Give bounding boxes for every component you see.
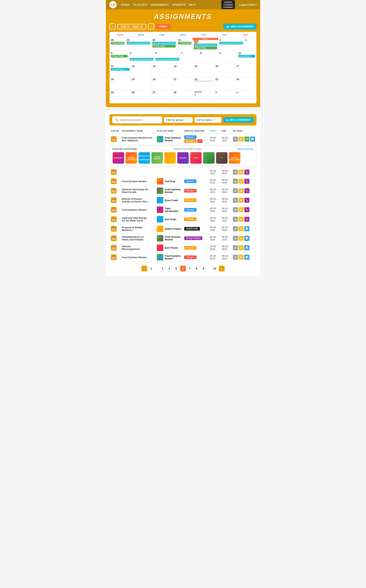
delete-btn[interactable]: 🗑 [233, 207, 238, 212]
row-end: 09-20-2019 [220, 196, 231, 205]
delete-btn[interactable]: 🗑 [233, 226, 238, 231]
nav-playlists[interactable]: PLAYLISTS [133, 3, 147, 6]
cal-event-exit-ticket[interactable]: 🔑 Exit Ticket [111, 42, 124, 45]
group-badge[interactable]: Period 3 [184, 189, 196, 193]
pagination-page-5[interactable]: 5 [173, 266, 179, 271]
game-thumb-guts[interactable]: GUTS [190, 152, 202, 164]
cal-event-food-sys-8[interactable]: 📅 Food Syste... [111, 68, 130, 71]
row-playlist: Food SystemsReview [155, 134, 183, 145]
group-badge[interactable]: Period 2 [184, 198, 196, 202]
copy-btn[interactable]: 📋 [239, 137, 244, 142]
game-thumb-random2[interactable]: 3RANDOM ASSESSMENT [229, 152, 240, 164]
cal-event-food-sys-2[interactable]: 📅 Food Systems Review [152, 42, 176, 45]
copy-btn[interactable]: 📋 [239, 236, 244, 241]
navbar-user[interactable]: Legend Smith ▾ [239, 3, 257, 6]
search-input[interactable] [120, 119, 160, 121]
group-badge[interactable]: P [197, 139, 202, 143]
cal-next-btn[interactable]: › [148, 23, 154, 30]
group-badge[interactable]: Period 2 [184, 139, 196, 143]
group-badge[interactable]: Period 2 [184, 246, 196, 250]
calendar-week-1: 28 🔑 Exit Ticket 29 📅 Food Systems Revie… [110, 38, 256, 51]
group-badge[interactable]: Period 1 [184, 208, 196, 212]
copy-btn[interactable]: 📋 [239, 170, 244, 175]
popup-edit-link[interactable]: EDIT PLAYLIST [237, 148, 253, 150]
delete-btn[interactable]: 🗑 [233, 137, 238, 142]
copy-btn[interactable]: 📋 [239, 226, 244, 231]
delete-btn[interactable]: 🗑 [233, 188, 238, 193]
game-thumb-random1[interactable]: 3RANDOM ASSESSMENT [126, 152, 137, 164]
copy-btn[interactable]: 📋 [239, 188, 244, 193]
cal-event-exit-ticket-2[interactable]: 🔑 Exit Ticket [152, 45, 176, 47]
stats-btn[interactable]: 📊 [250, 137, 255, 142]
group-badge[interactable]: Group Pickles [184, 237, 202, 240]
edit-btn[interactable]: ✏️ [244, 217, 249, 222]
stats-btn[interactable]: 📊 [244, 245, 249, 250]
delete-btn[interactable]: 🗑 [233, 198, 238, 203]
edit-btn[interactable]: ✏️ [244, 179, 249, 184]
cal-new-assignment-btn[interactable]: 📅 NEW ASSIGNMENT [223, 24, 257, 30]
filter-by-groups-select[interactable]: Filter by groups ▼ [164, 117, 193, 123]
nav-games[interactable]: GAMES [121, 3, 130, 6]
cal-event-food-sys-4[interactable]: 📅 Food Systems Review [219, 42, 243, 45]
delete-btn[interactable]: 🗑 [233, 255, 238, 260]
delete-btn[interactable]: 🗑 [233, 245, 238, 250]
edit-btn[interactable]: ✏️ [244, 188, 249, 193]
cal-event-food-sys-5[interactable]: 📅 Food Systems Review [130, 58, 153, 61]
cal-event-food-sys-1[interactable]: 📅 Food Systems Review [127, 42, 150, 45]
sort-by-status-select[interactable]: Sort by status ▼ [194, 117, 221, 123]
delete-btn[interactable]: 🗑 [233, 217, 238, 222]
game-thumb-food[interactable]: FOOD & ENERGY [152, 152, 163, 164]
navbar-logo[interactable]: LB [109, 1, 117, 8]
pagination-prev-btn[interactable]: ‹ [141, 266, 147, 271]
copy-btn[interactable]: 📋 [239, 179, 244, 184]
live-btn[interactable]: LIVE [244, 137, 249, 142]
group-badge[interactable]: Period 2 [184, 217, 196, 221]
copy-btn[interactable]: 📋 [239, 255, 244, 260]
group-badge[interactable]: EVERYONE [184, 227, 200, 231]
pagination-page-3[interactable]: 3 [160, 266, 165, 271]
cal-event-exit-ticket-5[interactable]: 🔑 Exit Ticket [111, 55, 128, 58]
pagination-next-btn[interactable]: › [219, 266, 225, 271]
stats-btn[interactable]: 📊 [244, 226, 249, 231]
cal-event-exit-ticket-4[interactable]: 🔑 Exit Ticket [194, 47, 217, 49]
game-thumb-bouncer[interactable]: BOUNCER [113, 152, 124, 164]
game-thumb-march[interactable]: 🎮 [203, 152, 214, 164]
game-thumb-molecules[interactable]: MOLECULES & COMPOUNDS [138, 152, 150, 164]
nav-assignments[interactable]: ASSIGNMENTS [151, 3, 169, 6]
pagination-page-9[interactable]: 9 [201, 266, 206, 271]
cal-date: 10 [238, 52, 255, 54]
copy-btn[interactable]: 📋 [239, 245, 244, 250]
stats-btn[interactable]: 📊 [244, 255, 249, 260]
stats-btn[interactable]: 📊 [244, 236, 249, 241]
pagination-page-8[interactable]: 8 [194, 266, 199, 271]
pagination-page-1[interactable]: 1 [148, 266, 154, 271]
copy-btn[interactable]: 📋 [239, 207, 244, 212]
nav-students[interactable]: STUDENTS [172, 3, 185, 6]
cal-event-food-sys-7[interactable]: 📅 Food Syst... [238, 55, 255, 58]
copy-btn[interactable]: 📋 [239, 217, 244, 222]
edit-btn[interactable]: ✏️ [244, 170, 249, 175]
game-thumb-builder[interactable]: 🔧 [164, 152, 176, 164]
group-badge[interactable]: Period 1 [184, 179, 196, 183]
edit-btn[interactable]: ✏️ [244, 198, 249, 203]
pagination-page-4[interactable]: 4 [167, 266, 172, 271]
copy-btn[interactable]: 📋 [239, 198, 244, 203]
pagination-page-7[interactable]: 7 [187, 266, 193, 271]
cal-event-food-sys-3[interactable]: 📅 Food Systems Review [194, 44, 217, 46]
delete-btn[interactable]: 🗑 [233, 236, 238, 241]
group-badge[interactable]: Period 3 [184, 255, 196, 259]
delete-btn[interactable]: 🗑 [233, 179, 238, 184]
pagination-page-6-active[interactable]: 6 [180, 266, 186, 271]
game-thumb-barpal[interactable]: BAR PAL [177, 152, 189, 164]
cal-today-btn[interactable]: TODAY [156, 24, 171, 29]
list-new-assignment-btn[interactable]: 📅 NEW ASSIGNMENT [223, 117, 254, 123]
nav-help[interactable]: HELP [189, 3, 196, 6]
cal-prev-btn[interactable]: ‹ [109, 23, 115, 30]
group-badge[interactable]: Period 1 [184, 135, 196, 139]
cal-event-exit-ticket-3[interactable]: 🔑 Exit Ticket [178, 42, 191, 45]
cal-event-food-sys-6[interactable]: 📅 Food Systems Review [156, 58, 179, 61]
game-thumb-jungle[interactable]: 🌿 [216, 152, 228, 164]
edit-btn[interactable]: ✏️ [244, 207, 249, 212]
pagination-page-47[interactable]: 47 [212, 266, 218, 271]
delete-btn[interactable]: 🗑 [233, 170, 238, 175]
